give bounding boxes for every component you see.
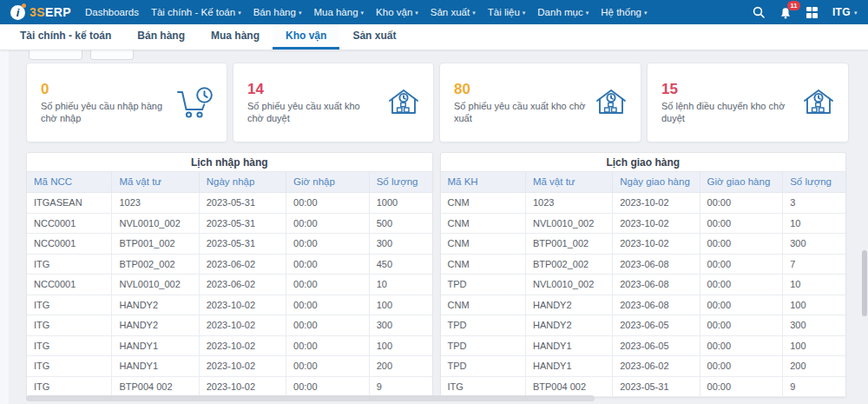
table-cell: HANDY1 (525, 335, 612, 356)
table-cell: HANDY1 (112, 356, 199, 377)
user-name: ITG (832, 6, 851, 18)
vertical-scrollbar[interactable] (862, 250, 867, 316)
cutoff-filter-button-1[interactable] (29, 50, 82, 60)
search-button[interactable] (753, 6, 765, 18)
table-cell: ITG (441, 376, 526, 397)
table-cell: 300 (369, 315, 431, 336)
table-cell: 00:00 (286, 275, 370, 295)
tab-mua-hang[interactable]: Mua hàng (198, 24, 273, 50)
nav-item-label: Hệ thống (601, 7, 641, 17)
table-cell: 3 (783, 193, 845, 214)
table-cell: 2023-06-02 (199, 254, 286, 275)
table-cell: NVL0010_002 (525, 213, 612, 234)
column-header: Ngày giao hàng (613, 172, 700, 193)
chevron-down-icon: ▾ (644, 10, 648, 16)
kpi-label: Số phiếu yêu cầu xuất kho chờ xuất (454, 101, 586, 125)
brand-suffix: ERP (45, 5, 71, 19)
table-cell: 00:00 (286, 193, 370, 214)
nav-item-kho-van[interactable]: Kho vận▾ (376, 7, 418, 17)
nav-item-tai-chinh-ke-toan[interactable]: Tài chính - Kế toán▾ (151, 7, 241, 17)
table-row: TPDNVL0010_0022023-06-0800:0010 (441, 275, 846, 295)
notifications-button[interactable]: 11 (779, 6, 792, 19)
table-cell: 2023-10-02 (199, 295, 286, 315)
tab-tai-chinh-ke-toan[interactable]: Tài chính - kế toán (7, 24, 124, 50)
table-cell: 00:00 (700, 254, 783, 275)
nav-item-label: Tài liệu (488, 7, 520, 17)
tab-san-xuat[interactable]: Sản xuất (339, 24, 409, 50)
table-cell: NCC0001 (27, 213, 112, 234)
nav-item-he-thong[interactable]: Hệ thống▾ (601, 7, 647, 17)
nav-item-label: Bán hàng (253, 7, 296, 17)
chevron-down-icon: ▾ (299, 10, 302, 16)
user-menu[interactable]: ITG ▾ (832, 6, 858, 18)
left-gutter (0, 50, 9, 404)
tab-kho-van[interactable]: Kho vận (273, 24, 339, 50)
table-cell: NVL0010_002 (112, 213, 199, 234)
module-tabs: Tài chính - kế toánBán hàngMua hàngKho v… (0, 24, 868, 50)
nav-item-mua-hang[interactable]: Mua hàng▾ (313, 7, 364, 17)
chevron-down-icon: ▾ (472, 10, 476, 16)
nav-item-san-xuat[interactable]: Sản xuất▾ (431, 7, 476, 17)
content-area: 0Số phiếu yêu cầu nhập hàng chờ nhập 14S… (0, 50, 868, 404)
table-cell: HANDY2 (112, 295, 199, 315)
table-cell: HANDY2 (525, 295, 612, 315)
table-cell: 2023-10-02 (199, 315, 286, 336)
warehouse-icon (800, 86, 837, 119)
chevron-down-icon: ▾ (523, 10, 526, 16)
kpi-label: Số phiếu yêu cầu nhập hàng chờ nhập (41, 101, 168, 125)
table-cell: ITGASEAN (27, 193, 112, 214)
tab-ban-hang[interactable]: Bán hàng (124, 24, 198, 50)
nav-item-dashboards[interactable]: Dashboards (85, 7, 139, 17)
table-cell: TPD (441, 335, 526, 356)
table-cell: 100 (369, 335, 431, 356)
brand-name: 3SERP (30, 5, 71, 19)
kpi-card[interactable]: 15Số lệnh điều chuyển kho chờ duyệt (647, 63, 849, 142)
nav-item-tai-lieu[interactable]: Tài liệu▾ (488, 7, 526, 17)
nav-item-label: Mua hàng (313, 7, 358, 17)
table-row: TPDHANDY22023-06-0500:00300 (441, 315, 846, 336)
apps-grid-button[interactable] (806, 7, 818, 18)
table-cell: BTP004 002 (525, 376, 612, 397)
table-row: TPDHANDY12023-06-0500:00100 (441, 335, 846, 356)
table-row: ITGBTP002_0022023-06-0200:00450 (27, 254, 432, 275)
import-table-card: Lịch nhập hàng Mã NCCMã vật tưNgày nhậpG… (26, 152, 433, 398)
table-cell: 2023-06-02 (613, 356, 700, 377)
kpi-card-main: 80Số phiếu yêu cầu xuất kho chờ xuất (454, 81, 586, 125)
table-cell: 00:00 (286, 254, 370, 275)
horizontal-scrollbar[interactable] (26, 395, 595, 401)
table-cell: BTP002_002 (112, 254, 199, 275)
table-cell: 2023-05-31 (199, 193, 286, 214)
table-cell: ITG (27, 254, 112, 275)
table-cell: 00:00 (700, 335, 783, 356)
notification-badge: 11 (787, 1, 800, 11)
brand-logo[interactable]: i 3SERP (10, 5, 71, 20)
cutoff-filter-button-2[interactable] (90, 50, 134, 60)
table-cell: ITG (27, 376, 112, 397)
delivery-table: Mã KHMã vật tưNgày giao hàngGiờ giao hàn… (441, 172, 846, 397)
kpi-card-main: 15Số lệnh điều chuyển kho chờ duyệt (661, 81, 793, 125)
table-cell: CNM (441, 234, 526, 255)
table-cell: CNM (441, 193, 526, 214)
delivery-table-title: Lịch giao hàng (441, 153, 846, 172)
kpi-card[interactable]: 80Số phiếu yêu cầu xuất kho chờ xuất (439, 63, 641, 142)
kpi-card[interactable]: 0Số phiếu yêu cầu nhập hàng chờ nhập (26, 63, 227, 142)
table-cell: 2023-05-31 (199, 213, 286, 234)
table-cell: 2023-06-08 (613, 254, 700, 275)
kpi-cards: 0Số phiếu yêu cầu nhập hàng chờ nhập 14S… (26, 63, 846, 142)
table-cell: BTP001_002 (112, 234, 199, 255)
table-cell: ITG (27, 295, 112, 315)
kpi-card[interactable]: 14Số phiếu yêu cầu xuất kho chờ duyệt (233, 63, 434, 142)
table-cell: 00:00 (286, 295, 370, 315)
table-cell: 2023-06-05 (613, 315, 700, 336)
table-cell: 00:00 (286, 335, 370, 356)
table-cell: NCC0001 (27, 234, 112, 255)
table-cell: 10 (783, 213, 845, 234)
top-navbar: i 3SERP DashboardsTài chính - Kế toán▾Bá… (0, 0, 868, 24)
table-row: NCC0001NVL0010_0022023-06-0200:0010 (27, 275, 432, 295)
nav-item-ban-hang[interactable]: Bán hàng▾ (253, 7, 302, 17)
table-row: ITGBTP004 0022023-05-3100:009 (441, 376, 846, 397)
import-header-row: Mã NCCMã vật tưNgày nhậpGiờ nhậpSố lượng (27, 172, 432, 193)
table-cell: ITG (27, 335, 112, 356)
table-cell: 00:00 (700, 275, 783, 295)
nav-item-danh-muc[interactable]: Danh mục▾ (537, 7, 589, 17)
